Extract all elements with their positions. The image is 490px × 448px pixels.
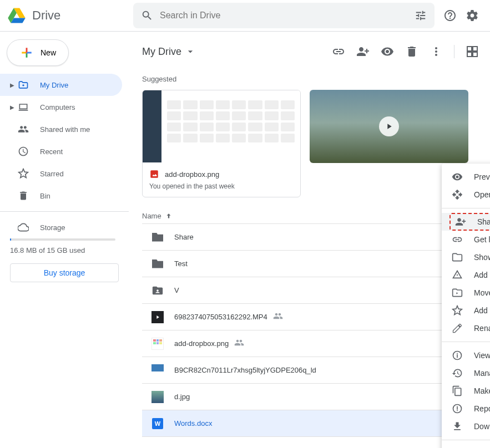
- file-type-icon: [151, 257, 164, 271]
- menu-item-download[interactable]: Download: [442, 418, 490, 435]
- copy-icon: [451, 384, 464, 398]
- menu-item-show-file-location[interactable]: Show file location: [442, 248, 490, 266]
- file-name: B9CR82Cn7011Lr7xhsg5ltyjYGDPE206q_ld: [174, 366, 316, 374]
- file-row[interactable]: V: [142, 277, 483, 304]
- nav-label: Shared with me: [40, 125, 90, 134]
- help-button[interactable]: [439, 4, 461, 27]
- versions-icon: [451, 366, 464, 380]
- file-row[interactable]: WWords.docx: [142, 410, 483, 437]
- file-name: Test: [174, 259, 188, 268]
- list-header[interactable]: Name: [142, 208, 483, 224]
- computers-icon: [17, 100, 30, 114]
- menu-item-get-link[interactable]: Get link: [442, 231, 490, 248]
- trash-icon: [405, 45, 418, 58]
- menu-item-add-a-shortcut-to-drive[interactable]: Add a shortcut to Drive: [442, 266, 490, 284]
- sidebar-item-storage[interactable]: Storage: [0, 216, 122, 238]
- sidebar-item-starred[interactable]: ▶Starred: [0, 162, 122, 185]
- file-row[interactable]: Share: [142, 224, 483, 251]
- menu-item-label: Add to Starred: [474, 306, 490, 315]
- tune-icon[interactable]: [415, 9, 427, 22]
- preview-button[interactable]: [376, 40, 398, 63]
- menu-item-share[interactable]: Share: [442, 213, 490, 231]
- menu-item-view-details[interactable]: View details: [442, 347, 490, 364]
- menu-item-label: Download: [474, 422, 490, 431]
- star-icon: [17, 167, 30, 180]
- shortcut-icon: [451, 268, 464, 282]
- file-type-icon: [151, 364, 164, 377]
- file-name: Share: [174, 233, 194, 241]
- breadcrumb[interactable]: My Drive: [142, 46, 196, 58]
- menu-item-open-with[interactable]: Open with›: [442, 186, 490, 203]
- sidebar-item-shared-with-me[interactable]: ▶Shared with me: [0, 118, 122, 140]
- report-icon: [451, 402, 464, 415]
- cloud-icon: [17, 221, 30, 234]
- divider: [0, 211, 129, 212]
- menu-item-make-a-copy[interactable]: Make a copy: [442, 382, 490, 400]
- chevron-down-icon: [185, 46, 196, 57]
- file-row[interactable]: add-dropbox.png: [142, 330, 483, 357]
- person-add-icon: [356, 45, 370, 58]
- nav-label: Computers: [40, 103, 75, 111]
- help-icon: [443, 9, 457, 22]
- shared-icon: [273, 311, 283, 323]
- sidebar-item-bin[interactable]: ▶Bin: [0, 185, 122, 207]
- file-name: add-dropbox.png: [174, 339, 229, 348]
- nav-label: My Drive: [40, 81, 68, 89]
- logo-area[interactable]: Drive: [7, 6, 133, 26]
- image-icon: [149, 169, 159, 179]
- breadcrumb-label: My Drive: [142, 46, 181, 58]
- menu-item-label: Show file location: [474, 253, 490, 262]
- file-type-icon: [151, 231, 164, 244]
- search-bar[interactable]: [133, 3, 435, 28]
- menu-item-label: Move to: [474, 288, 490, 297]
- drive-logo-icon: [7, 6, 27, 26]
- gear-icon: [466, 9, 479, 22]
- new-button[interactable]: New: [7, 39, 69, 66]
- search-input[interactable]: [160, 11, 415, 21]
- grid-icon: [466, 45, 479, 58]
- separator: [454, 45, 454, 58]
- star-icon: [451, 304, 464, 317]
- menu-item-label: Open with: [474, 190, 490, 199]
- thumbnail: [310, 90, 468, 163]
- menu-item-preview[interactable]: Preview: [442, 168, 490, 186]
- suggested-card[interactable]: [310, 90, 468, 163]
- file-name: Words.docx: [174, 419, 212, 427]
- remove-button[interactable]: [401, 40, 423, 63]
- grid-view-button[interactable]: [461, 40, 483, 63]
- share-button[interactable]: [352, 40, 374, 63]
- file-row[interactable]: Test: [142, 251, 483, 277]
- rename-icon: [451, 322, 464, 335]
- get-link-button[interactable]: [327, 40, 350, 63]
- suggested-label: Suggested: [142, 75, 483, 83]
- sidebar-item-my-drive[interactable]: ▶My Drive: [0, 74, 122, 96]
- menu-item-rename[interactable]: Rename: [442, 319, 490, 337]
- sort-up-icon: [165, 212, 173, 220]
- more-button[interactable]: [425, 40, 447, 63]
- sidebar: New ▶My Drive▶Computers▶Shared with me▶R…: [0, 32, 129, 448]
- sidebar-item-recent[interactable]: ▶Recent: [0, 140, 122, 162]
- menu-item-label: Get link: [474, 235, 490, 244]
- suggested-card[interactable]: add-dropbox.png You opened in the past w…: [142, 90, 301, 197]
- menu-item-remove[interactable]: Remove: [442, 445, 490, 448]
- link-icon: [332, 45, 345, 58]
- file-row[interactable]: 6982374075053162292.MP4: [142, 304, 483, 330]
- more-icon: [430, 45, 443, 58]
- file-name: d.jpg: [174, 393, 190, 401]
- menu-item-move-to[interactable]: Move to: [442, 284, 490, 302]
- buy-storage-button[interactable]: Buy storage: [10, 263, 119, 282]
- recent-icon: [17, 145, 30, 158]
- file-type-icon: [151, 390, 164, 404]
- settings-button[interactable]: [461, 4, 483, 27]
- menu-item-label: Share: [477, 217, 490, 226]
- menu-item-add-to-starred[interactable]: Add to Starred: [442, 302, 490, 319]
- file-row[interactable]: B9CR82Cn7011Lr7xhsg5ltyjYGDPE206q_ld: [142, 357, 483, 384]
- sidebar-item-computers[interactable]: ▶Computers: [0, 96, 122, 118]
- caret-icon: ▶: [10, 82, 16, 88]
- file-row[interactable]: d.jpg: [142, 384, 483, 410]
- download-icon: [451, 420, 464, 433]
- menu-item-report-abuse[interactable]: Report abuse: [442, 400, 490, 418]
- plus-icon: [19, 45, 34, 60]
- toolbar: [327, 40, 483, 63]
- menu-item-manage-versions[interactable]: Manage versions: [442, 364, 490, 382]
